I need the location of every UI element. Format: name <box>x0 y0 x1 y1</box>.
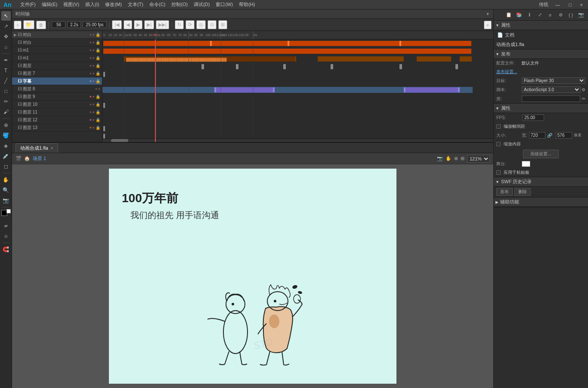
menu-text[interactable]: 文本(T) <box>128 1 143 8</box>
play-button[interactable]: ▶ <box>134 20 142 29</box>
menu-insert[interactable]: 插入(I) <box>85 1 99 8</box>
fps-input[interactable] <box>523 114 544 121</box>
time-display[interactable]: 2.2s <box>67 22 81 28</box>
assist-header[interactable]: ▶ 辅助功能 <box>494 197 588 207</box>
eraser-tool[interactable]: ◻ <box>1 162 11 171</box>
camera-panel-icon[interactable]: 📷 <box>577 11 585 19</box>
menu-debug[interactable]: 调试(D) <box>194 1 210 8</box>
free-transform-tool[interactable]: ✥ <box>1 32 11 41</box>
rect-tool[interactable]: □ <box>1 86 11 96</box>
properties-section-header[interactable]: ▼ 属性 <box>494 21 588 30</box>
eyedropper-tool[interactable]: 💉 <box>1 151 11 161</box>
go-first-frame[interactable]: |◀ <box>112 20 122 29</box>
brush-tool[interactable]: 🖌 <box>1 107 11 117</box>
layer-row[interactable]: 🎞 图层 13 ● × 🔒 <box>12 124 102 132</box>
menu-modify[interactable]: 修改(M) <box>105 1 122 8</box>
onion-skin[interactable]: ◎ <box>196 20 206 29</box>
layer-row[interactable]: 🎞 图层 8 ● × <box>12 85 102 93</box>
timeline-scrollbar[interactable] <box>102 139 493 142</box>
zoom-tool[interactable]: 🔍 <box>1 185 11 195</box>
ink-bottle-tool[interactable]: 🪣 <box>1 131 11 140</box>
fit-stage-icon[interactable]: ⊞ <box>461 156 464 161</box>
folder-button[interactable]: 📁 <box>23 20 34 29</box>
menu-window[interactable]: 窗口(W) <box>216 1 233 8</box>
step-forward[interactable]: ▶| <box>144 20 154 29</box>
loop-button[interactable]: ↻ <box>175 20 184 29</box>
line-tool[interactable]: ╱ <box>1 76 11 86</box>
fill-transform-tool[interactable]: ⊕ <box>1 120 11 130</box>
stage-color-swatch[interactable] <box>522 161 530 167</box>
publish-header[interactable]: ▼ 发布 <box>494 49 588 59</box>
minimize-button[interactable]: — <box>554 2 562 7</box>
layer-row[interactable]: 🎞 对白 ● × 🔒 <box>12 39 102 46</box>
attributes-header[interactable]: ▼ 属性 <box>494 104 588 113</box>
menu-control[interactable]: 控制(O) <box>171 1 188 8</box>
scene-label[interactable]: 场景 1 <box>33 155 46 162</box>
lasso-tool[interactable]: ⌂ <box>1 42 11 52</box>
center-stage-icon[interactable]: ⊕ <box>454 156 458 161</box>
class-input[interactable] <box>522 95 580 102</box>
hand-stage-icon[interactable]: ✋ <box>446 156 452 161</box>
delete-swf-button[interactable]: 删除 <box>514 188 531 196</box>
scrollbar-thumb[interactable] <box>111 139 128 142</box>
layer-row[interactable]: 🎞 图层 12 ● × 🔒 <box>12 116 102 124</box>
frames-area[interactable]: ▓▓▓▓▓▓▓▓▓▓▓▓▓▓▓▓▓▓▓▓▓▓▓▓▓▓▓▓▓▓▓▓▓▓▓▓▓▓▓▓ <box>102 40 493 142</box>
menu-view[interactable]: 视图(V) <box>63 1 79 8</box>
sync-button[interactable]: ⟳ <box>186 20 195 29</box>
transform-icon[interactable]: ⤢ <box>535 11 544 19</box>
info-icon[interactable]: ℹ <box>525 11 534 19</box>
stage-tab-active[interactable]: 动画合成1.fla × <box>15 143 58 153</box>
motion-icon[interactable]: ⊛ <box>556 11 565 19</box>
menu-command[interactable]: 命令(C) <box>149 1 165 8</box>
layer-row[interactable]: 🎞 图层 10 ● × 🔒 <box>12 101 102 108</box>
onion-settings[interactable]: ⊞ <box>218 20 227 29</box>
layer-row[interactable]: 🎞 图层 11 ● × 🔒 <box>12 108 102 116</box>
tab-close-button[interactable]: × <box>51 146 53 151</box>
layer-row[interactable]: ▶ 🎞 对白 ● × 🔒 <box>12 31 102 39</box>
swap-colors[interactable]: ⇄ <box>1 221 11 231</box>
height-input[interactable] <box>556 132 572 139</box>
menu-help[interactable]: 帮助(H) <box>239 1 255 8</box>
layer-row-active[interactable]: 🎞 字幕 ● × 🔒 <box>12 77 102 85</box>
class-edit-icon[interactable]: ✏ <box>582 96 585 101</box>
link-icon[interactable]: 🔗 <box>547 133 552 138</box>
onion-skin-outline[interactable]: ⊙ <box>207 20 217 29</box>
close-button[interactable]: × <box>579 2 585 7</box>
layer-row[interactable]: 🎞 图层 9 ● × 🔒 <box>12 93 102 101</box>
align-icon[interactable]: ≡ <box>546 11 554 19</box>
color-swatches[interactable] <box>1 210 11 219</box>
timeline-menu[interactable]: ≡ <box>484 21 492 29</box>
fill-color[interactable] <box>6 209 11 213</box>
layer-row[interactable]: 🎞 m1 ● × 🔒 <box>12 54 102 62</box>
advanced-settings-button[interactable]: 高级设置... <box>523 150 558 158</box>
publish-settings-link[interactable]: 发布设置... <box>496 69 517 75</box>
go-last-frame[interactable]: ▶▶| <box>156 20 169 29</box>
fps-display[interactable]: 25.00 fps <box>83 22 106 28</box>
swf-history-header[interactable]: ▼ SWF 历史记录 <box>494 177 588 187</box>
restore-button[interactable]: □ <box>567 2 573 7</box>
target-dropdown[interactable]: Flash Player 30 Flash Player 29 <box>522 77 585 84</box>
delete-layer-button[interactable]: 🗑 <box>36 21 46 29</box>
zoom-dropdown[interactable]: 121% 100% 75% 50% <box>467 155 490 163</box>
menu-file[interactable]: 文件(F) <box>20 1 36 8</box>
layer-row[interactable]: 🎞 m1 ● × 🔒 <box>12 46 102 54</box>
paint-bucket-tool[interactable]: ◈ <box>1 141 11 151</box>
properties-icon[interactable]: 📋 <box>504 11 513 19</box>
select-tool[interactable]: ↖ <box>1 11 11 21</box>
hand-tool[interactable]: ✋ <box>1 175 11 185</box>
pencil-tool[interactable]: ✏ <box>1 97 11 106</box>
timeline-frames[interactable]: 1s 2s 3s 4s 5s 5 10 15 <box>102 31 493 142</box>
publish-swf-button[interactable]: 发布 <box>496 188 513 196</box>
clipboard-checkbox[interactable] <box>496 170 501 175</box>
menu-edit[interactable]: 编辑(E) <box>42 1 58 8</box>
text-tool[interactable]: T <box>1 66 11 75</box>
snap-tool[interactable]: 🧲 <box>1 245 11 254</box>
subselect-tool[interactable]: ↗ <box>1 22 11 31</box>
script-dropdown[interactable]: ActionScript 3.0 ActionScript 2.0 <box>522 86 581 93</box>
camera-stage-icon[interactable]: 📷 <box>437 156 443 161</box>
layer-row[interactable]: 🎞 图层 ● × 🔒 <box>12 62 102 70</box>
frame-interval-checkbox[interactable] <box>496 124 501 129</box>
camera-tool[interactable]: 📷 <box>1 196 11 205</box>
scale-checkbox[interactable] <box>496 142 501 146</box>
step-back[interactable]: ◀ <box>124 20 132 29</box>
